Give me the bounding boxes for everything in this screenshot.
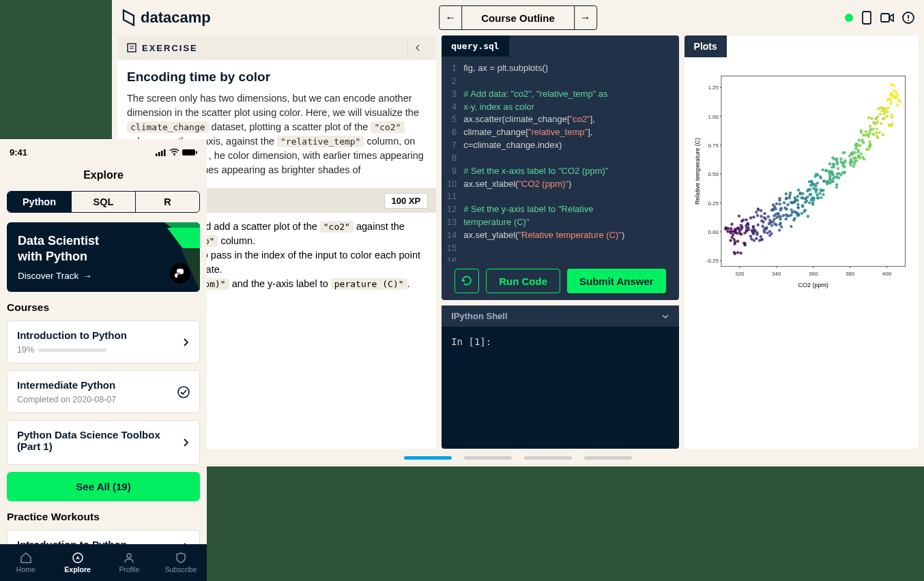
- svg-point-192: [778, 203, 781, 205]
- svg-point-161: [805, 200, 808, 203]
- svg-point-204: [835, 162, 838, 165]
- info-icon[interactable]: [902, 12, 914, 24]
- svg-point-427: [837, 177, 840, 179]
- svg-text:0.75: 0.75: [708, 143, 719, 149]
- svg-point-321: [864, 130, 867, 133]
- status-icons: [845, 11, 914, 25]
- pager: [404, 456, 632, 460]
- svg-point-250: [876, 136, 879, 139]
- svg-point-244: [849, 160, 852, 162]
- tab-profile[interactable]: Profile: [104, 544, 156, 581]
- svg-point-141: [890, 114, 893, 117]
- submit-answer-button[interactable]: Submit Answer: [567, 269, 666, 293]
- svg-point-269: [790, 208, 792, 211]
- signal-icon: [156, 149, 167, 156]
- shell-body[interactable]: In [1]:: [442, 327, 678, 357]
- exercise-header: EXERCISE: [117, 35, 436, 60]
- svg-text:380: 380: [846, 271, 855, 277]
- svg-point-205: [836, 167, 839, 170]
- svg-point-81: [783, 201, 785, 204]
- svg-point-299: [764, 218, 766, 220]
- svg-point-187: [759, 235, 762, 238]
- svg-point-312: [818, 192, 821, 194]
- svg-point-222: [745, 218, 747, 221]
- code-tab[interactable]: query.sql: [442, 35, 508, 57]
- svg-point-290: [886, 106, 889, 109]
- svg-text:0.50: 0.50: [708, 171, 719, 177]
- svg-point-315: [835, 159, 837, 162]
- svg-point-408: [751, 231, 754, 234]
- svg-point-230: [790, 225, 792, 228]
- svg-text:0.00: 0.00: [708, 229, 719, 235]
- svg-text:1.00: 1.00: [708, 114, 719, 120]
- promo-card[interactable]: Data Scientistwith Python Discover Track…: [7, 222, 200, 292]
- see-all-button[interactable]: See All (19): [7, 472, 200, 501]
- tab-subscribe[interactable]: Subscribe: [155, 544, 207, 581]
- svg-point-343: [796, 206, 799, 209]
- reset-button[interactable]: [454, 269, 479, 293]
- pager-dot[interactable]: [524, 456, 572, 460]
- svg-point-357: [856, 149, 859, 151]
- svg-point-346: [810, 180, 813, 183]
- panels: EXERCISE Encoding time by color The scre…: [112, 35, 924, 449]
- progress-bar: [38, 348, 106, 352]
- chevron-down-icon[interactable]: [661, 312, 669, 321]
- segment-sql[interactable]: SQL: [72, 192, 136, 212]
- svg-point-308: [803, 210, 805, 213]
- course-card[interactable]: Introduction to Python: [7, 530, 200, 544]
- svg-point-390: [843, 170, 846, 173]
- svg-point-301: [771, 203, 774, 206]
- run-code-button[interactable]: Run Code: [486, 269, 560, 293]
- svg-rect-5: [128, 44, 136, 52]
- svg-point-334: [755, 231, 758, 234]
- course-card[interactable]: Introduction to Python 19%: [7, 321, 200, 363]
- tab-explore[interactable]: Explore: [52, 544, 104, 581]
- tab-home[interactable]: Home: [0, 544, 52, 581]
- mobile-status-bar: 9:41: [0, 139, 207, 165]
- pager-dot[interactable]: [404, 456, 452, 460]
- svg-point-347: [811, 203, 814, 206]
- svg-point-119: [784, 218, 787, 220]
- code-editor[interactable]: 1fig, ax = plt.subplots()23# Add data: "…: [442, 57, 678, 262]
- svg-text:340: 340: [772, 271, 781, 277]
- svg-point-403: [730, 236, 733, 239]
- svg-rect-0: [863, 12, 871, 24]
- plots-tab[interactable]: Plots: [684, 35, 727, 57]
- course-outline-title[interactable]: Course Outline: [461, 6, 575, 29]
- svg-point-162: [808, 201, 811, 204]
- svg-text:0.25: 0.25: [708, 200, 719, 207]
- svg-point-291: [897, 98, 899, 101]
- mobile-scroll[interactable]: Data Scientistwith Python Discover Track…: [0, 222, 207, 544]
- mobile-status-icons: [156, 149, 197, 156]
- shield-icon: [175, 552, 187, 564]
- pager-dot[interactable]: [584, 456, 632, 460]
- svg-point-342: [795, 211, 798, 214]
- xp-badge: 100 XP: [384, 193, 429, 209]
- segment-r[interactable]: R: [136, 192, 199, 212]
- prev-button[interactable]: ←: [439, 6, 461, 29]
- svg-point-377: [775, 203, 777, 205]
- collapse-button[interactable]: [407, 38, 427, 57]
- svg-point-275: [820, 196, 822, 199]
- chevron-right-icon: [182, 438, 190, 447]
- svg-point-101: [867, 117, 870, 119]
- segment-python[interactable]: Python: [8, 192, 72, 212]
- svg-text:1.25: 1.25: [708, 85, 719, 91]
- course-card[interactable]: Intermediate Python Completed on 2020-08…: [7, 370, 200, 413]
- svg-point-406: [737, 227, 740, 230]
- course-card[interactable]: Python Data Science Toolbox (Part 1): [7, 420, 200, 465]
- svg-point-409: [752, 239, 755, 241]
- reset-icon: [461, 275, 473, 287]
- svg-point-350: [832, 177, 835, 179]
- svg-point-382: [800, 212, 803, 215]
- home-icon: [20, 552, 32, 564]
- chevron-left-icon: [414, 44, 421, 52]
- svg-point-311: [815, 181, 818, 184]
- next-button[interactable]: →: [575, 6, 596, 29]
- video-icon[interactable]: [880, 12, 894, 23]
- mobile-icon[interactable]: [861, 11, 872, 25]
- svg-point-309: [809, 198, 812, 201]
- svg-point-367: [732, 233, 734, 236]
- pager-dot[interactable]: [464, 456, 512, 460]
- svg-point-415: [790, 213, 792, 216]
